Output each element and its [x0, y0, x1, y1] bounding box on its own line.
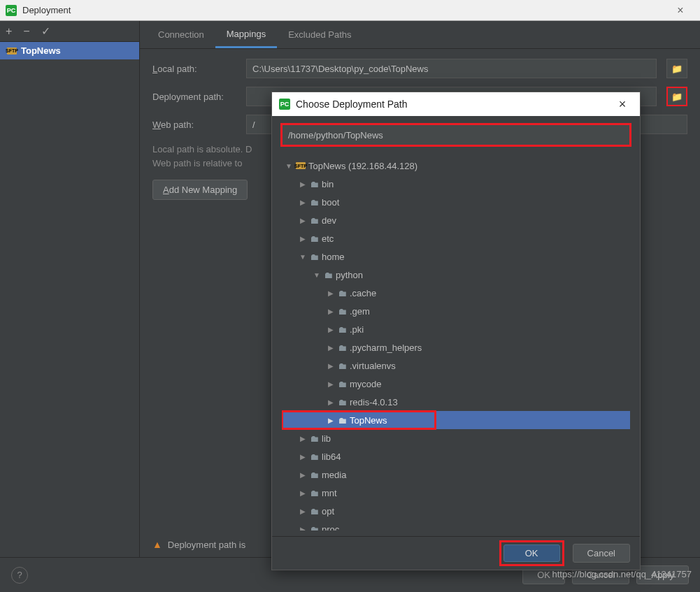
add-icon[interactable]: +	[6, 25, 12, 38]
tree-item[interactable]: ▼🖿python	[282, 266, 630, 284]
window-close-icon[interactable]: ×	[666, 4, 694, 17]
chevron-right-icon[interactable]: ▶	[299, 507, 307, 515]
chevron-right-icon[interactable]: ▶	[299, 235, 307, 243]
tree-label: media	[322, 470, 346, 480]
chevron-right-icon[interactable]: ▶	[327, 308, 335, 315]
folder-icon: 🖿	[338, 324, 347, 335]
warning-text: Deployment path is	[168, 540, 245, 550]
chevron-right-icon[interactable]: ▶	[327, 326, 335, 333]
tree-item[interactable]: ▶🖿.gem	[282, 302, 630, 320]
pycharm-logo-icon: PC	[279, 99, 290, 110]
chevron-down-icon[interactable]: ▼	[285, 162, 293, 170]
tree-label: redis-4.0.13	[350, 397, 398, 407]
tab-connection[interactable]: Connection	[147, 22, 215, 47]
ok-button-highlight: OK	[499, 540, 564, 566]
browse-deployment-icon[interactable]: 📁	[666, 87, 687, 106]
folder-icon: 🖿	[310, 433, 319, 444]
tree-item-selected[interactable]: ▶🖿TopNews	[282, 411, 436, 429]
tree-item[interactable]: ▶🖿.pki	[282, 320, 630, 338]
folder-icon: 🖿	[310, 233, 319, 244]
window-titlebar: PC Deployment ×	[0, 0, 700, 21]
warning-row: ▲ Deployment path is	[152, 539, 245, 550]
pycharm-logo-icon: PC	[6, 5, 17, 16]
chevron-right-icon[interactable]: ▶	[299, 471, 307, 479]
folder-tree[interactable]: ▼ SFTP TopNews (192.168.44.128) ▶🖿bin ▶🖿…	[282, 152, 630, 530]
sidebar-toolbar: + − ✓	[0, 21, 139, 42]
sidebar: + − ✓ SFTP TopNews	[0, 21, 140, 557]
chevron-right-icon[interactable]: ▶	[299, 453, 307, 461]
tree-item[interactable]: ▶🖿.cache	[282, 284, 630, 302]
browse-local-icon[interactable]: 📁	[666, 59, 687, 78]
sidebar-item-server[interactable]: SFTP TopNews	[0, 42, 139, 59]
dialog-path-input[interactable]: /home/python/TopNews	[282, 124, 630, 145]
tree-item[interactable]: ▶🖿mycode	[282, 375, 630, 393]
check-icon[interactable]: ✓	[41, 24, 50, 38]
chevron-right-icon[interactable]: ▶	[327, 380, 335, 388]
footer-apply-button[interactable]: Apply	[636, 565, 689, 584]
chevron-right-icon[interactable]: ▶	[327, 362, 335, 370]
choose-deployment-path-dialog: PC Choose Deployment Path × /home/python…	[271, 92, 641, 570]
help-button[interactable]: ?	[11, 567, 28, 584]
folder-icon: 🖿	[310, 452, 319, 462]
dialog-cancel-button[interactable]: Cancel	[573, 544, 630, 563]
tree-label: etc	[322, 233, 334, 244]
chevron-right-icon[interactable]: ▶	[299, 526, 307, 531]
tree-label: .cache	[350, 288, 376, 298]
dialog-footer: OK Cancel	[272, 536, 640, 570]
dialog-ok-button[interactable]: OK	[503, 544, 560, 562]
folder-icon: 🖿	[310, 506, 319, 517]
folder-icon: 🖿	[310, 470, 319, 480]
tree-label: home	[322, 252, 345, 262]
remove-icon[interactable]: −	[23, 25, 29, 38]
tree-item[interactable]: ▶🖿bin	[282, 175, 630, 193]
tree-item[interactable]: ▶🖿.virtualenvs	[282, 356, 630, 375]
folder-icon: 🖿	[310, 179, 319, 189]
tree-label: proc	[322, 524, 339, 531]
tree-root[interactable]: ▼ SFTP TopNews (192.168.44.128)	[282, 157, 630, 175]
chevron-right-icon[interactable]: ▶	[327, 398, 335, 406]
tree-item[interactable]: ▶🖿etc	[282, 229, 630, 247]
tab-excluded[interactable]: Excluded Paths	[277, 22, 362, 47]
tree-item[interactable]: ▶🖿redis-4.0.13	[282, 393, 630, 411]
deployment-path-label: Deployment path:	[152, 92, 236, 102]
chevron-right-icon[interactable]: ▶	[327, 289, 335, 297]
chevron-right-icon[interactable]: ▶	[299, 198, 307, 206]
chevron-right-icon[interactable]: ▶	[299, 180, 307, 188]
dialog-title: Choose Deployment Path	[296, 99, 612, 110]
chevron-down-icon[interactable]: ▼	[313, 271, 321, 279]
tree-label: .pycharm_helpers	[350, 342, 422, 353]
tree-label: mycode	[350, 379, 382, 389]
tree-item[interactable]: ▶🖿boot	[282, 193, 630, 211]
folder-icon: 🖿	[338, 361, 347, 371]
tree-label: TopNews (192.168.44.128)	[308, 161, 417, 171]
tree-item[interactable]: ▶🖿proc	[282, 520, 630, 530]
chevron-right-icon[interactable]: ▶	[327, 417, 335, 424]
tree-item[interactable]: ▶🖿.pycharm_helpers	[282, 338, 630, 356]
tree-label: .pki	[350, 324, 364, 335]
tree-item[interactable]: ▼🖿home	[282, 247, 630, 266]
folder-icon: 🖿	[338, 379, 347, 389]
tree-label: mnt	[322, 488, 337, 498]
dialog-close-icon[interactable]: ×	[612, 97, 633, 112]
tree-item[interactable]: ▶🖿opt	[282, 502, 630, 520]
tree-item[interactable]: ▶🖿dev	[282, 211, 630, 229]
local-path-field[interactable]: C:\Users\11737\Desktop\py_code\TopNews	[246, 59, 657, 78]
folder-icon: 🖿	[338, 306, 347, 317]
tab-mappings[interactable]: Mappings	[215, 22, 277, 48]
window-title: Deployment	[22, 5, 666, 15]
chevron-right-icon[interactable]: ▶	[299, 217, 307, 224]
folder-icon: 🖿	[310, 215, 319, 226]
tree-item[interactable]: ▶🖿lib64	[282, 447, 630, 465]
tree-label: python	[336, 270, 363, 280]
add-new-mapping-button[interactable]: Add New Mapping	[152, 180, 248, 200]
chevron-right-icon[interactable]: ▶	[327, 344, 335, 352]
tree-item[interactable]: ▶🖿media	[282, 465, 630, 484]
chevron-right-icon[interactable]: ▶	[299, 435, 307, 442]
chevron-right-icon[interactable]: ▶	[299, 489, 307, 497]
tree-item[interactable]: ▶🖿lib	[282, 429, 630, 447]
tree-label: .virtualenvs	[350, 361, 396, 371]
sftp-badge-icon: SFTP	[7, 48, 17, 55]
dialog-titlebar: PC Choose Deployment Path ×	[272, 92, 640, 116]
chevron-down-icon[interactable]: ▼	[299, 253, 307, 261]
tree-item[interactable]: ▶🖿mnt	[282, 484, 630, 502]
